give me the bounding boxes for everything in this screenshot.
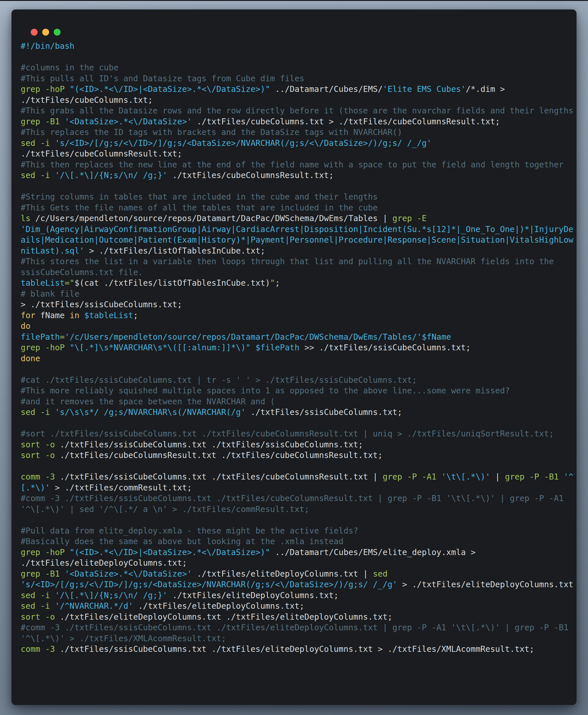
code-token: #This then replaces the new line at the …: [21, 160, 564, 169]
code-token: #cat ./txtFiles/ssisCubeColumns.txt | tr…: [21, 375, 417, 385]
code-token: for: [21, 311, 35, 320]
code-token: 'Dim_(Agency|AirwayConfirmationGroup|Air…: [21, 225, 574, 234]
code-token: =": [65, 278, 75, 288]
code-token: ./txtFiles/ssisCubeColumns.txt;: [246, 407, 402, 417]
code-token: /*.dim >: [466, 84, 505, 94]
code-token: > ./txtFiles/commResult.txt;: [50, 483, 192, 492]
code-token: ./txtFiles/eliteDeployColumns.txt;: [167, 591, 338, 600]
code-token: > ./txtFiles/ssisCubeColumns.txt;: [21, 300, 182, 309]
code-token: '<DataSize>.*<\/DataSize>': [65, 117, 192, 126]
code-token: ./txtFiles/eliteDeployColumns.txt |: [192, 569, 373, 579]
code-token: done: [21, 354, 40, 363]
code-token: in: [69, 311, 79, 320]
code-token: grep -B1: [21, 117, 65, 126]
code-token: [251, 343, 255, 352]
code-line: comm -3 ./txtFiles/ssisCubeColumns.txt .…: [21, 644, 574, 655]
code-line: #This replaces the ID tags with brackets…: [21, 127, 574, 138]
code-token: $filePath: [255, 343, 299, 352]
code-line: sort -o ./txtFiles/ssisCubeColumns.txt .…: [21, 439, 574, 450]
code-token: ./txtFiles/ssisCubeColumns.txt ./txtFile…: [55, 440, 363, 449]
screen-top-edge: [0, 0, 588, 1]
code-line: #This grabs all the Datasize rows and th…: [21, 105, 574, 116]
code-line: sed -i '/^NVARCHAR.*/d' ./txtFiles/elite…: [21, 601, 574, 612]
code-token: ./txtFiles/cubeColumns.txt;: [21, 95, 153, 105]
code-line: sort -o ./txtFiles/cubeColumnsResult.txt…: [21, 450, 574, 461]
code-token: ;: [275, 278, 280, 288]
code-line: 's/<ID>/[/g;s/<\/ID>/]/g;s/<DataSize>/NV…: [21, 579, 574, 590]
code-line: sort -o ./txtFiles/eliteDeployColumns.tx…: [21, 612, 574, 623]
code-line: #String columns in tables that are inclu…: [21, 191, 574, 203]
code-token: comm -3: [21, 644, 55, 654]
code-token: #This more reliably squished multiple sp…: [21, 386, 510, 395]
code-line: #cat ./txtFiles/ssisCubeColumns.txt | tr…: [21, 375, 574, 386]
code-token: ssisCubeColumns.txt file.: [21, 268, 143, 277]
code-line: done: [21, 353, 574, 364]
code-token: grep -B1: [21, 569, 65, 579]
code-token: ../Datamart/Cubes/EMS/: [270, 84, 383, 94]
code-token: sed -i: [21, 601, 55, 611]
code-line: sed -i '/\[.*\]/{N;s/\n/ /g;}' ./txtFile…: [21, 590, 574, 601]
code-line: #comm -3 ./txtFiles/ssisCubeColumns.txt …: [21, 493, 574, 504]
code-token: fName: [35, 311, 69, 320]
code-token: '^\[.*\)' > ./txtFiles/XMLAcommResult.tx…: [21, 634, 226, 643]
zoom-button[interactable]: [54, 29, 61, 36]
code-token: do: [21, 321, 30, 331]
code-line: #sort ./txtFiles/ssisCubeColumns.txt ./t…: [21, 428, 574, 439]
code-token: #This grabs all the Datasize rows and th…: [21, 106, 574, 115]
code-token: sed -i: [21, 171, 55, 180]
code-token: '/^NVARCHAR.*/d': [55, 601, 133, 611]
code-token: #and it removes the space between the NV…: [21, 397, 275, 406]
code-token: tableList: [21, 278, 65, 288]
code-token: #Basically does the same as above but lo…: [21, 537, 343, 546]
code-token: #columns in the cube: [21, 63, 119, 72]
code-token: ./txtFiles/cubeColumnsResult.txt;: [167, 171, 334, 180]
code-token: #sort ./txtFiles/ssisCubeColumns.txt ./t…: [21, 429, 554, 439]
code-line: # blank file: [21, 289, 574, 299]
code-line: do: [21, 321, 574, 332]
code-token: ./txtFiles/cubeColumnsResult.txt ./txtFi…: [55, 450, 382, 460]
code-token: ./txtFiles/eliteDeployColumns.txt;: [133, 601, 304, 611]
code-token: grep -P -A1: [383, 472, 441, 482]
code-token: sort -o: [21, 440, 55, 449]
code-line: #This stores the list in a variable then…: [21, 256, 574, 267]
code-line: tableList="$(cat ./txtFiles/listOfTables…: [21, 278, 574, 289]
code-line: [21, 181, 574, 192]
code-line: #This pulls all ID's and Datasize tags f…: [21, 73, 574, 84]
code-line: filePath='/c/Users/mpendleton/source/rep…: [21, 332, 574, 342]
code-line: for fName in $tableList;: [21, 310, 574, 321]
code-token: sed: [373, 569, 387, 579]
code-line: ails|Medication|Outcome|Patient(Exam|His…: [21, 235, 574, 246]
code-line: sed -i 's/\s\s*/ /g;s/NVARCHAR\s(/NVARCH…: [21, 407, 574, 418]
code-token: # blank file: [21, 289, 79, 299]
code-token: comm -3: [21, 472, 55, 482]
code-line: grep -B1 '<DataSize>.*<\/DataSize>' ./tx…: [21, 116, 574, 127]
code-token: > ./txtFiles/eliteDeployColumns.txt;: [397, 580, 574, 589]
code-token: #This pulls all ID's and Datasize tags f…: [21, 74, 304, 83]
code-line: ls /c/Users/mpendleton/source/repos/Data…: [21, 213, 574, 224]
code-token: #This replaces the ID tags with brackets…: [21, 127, 402, 137]
code-token: ./txtFiles/eliteDeployColumns.txt ./txtF…: [55, 612, 393, 622]
code-token: 's/\s\s*/ /g;s/NVARCHAR\s(/NVARCHAR(/g': [55, 407, 246, 417]
code-token: ./txtFiles/ssisCubeColumns.txt ./txtFile…: [55, 644, 534, 654]
code-line: #comm -3 ./txtFiles/ssisCubeColumns.txt …: [21, 622, 574, 633]
code-token: '/c/Users/mpendleton/source/repos/Datama…: [65, 332, 451, 342]
code-token: nitLast).sql': [21, 246, 84, 256]
code-line: sed -i 's/<ID>/[/g;s/<\/ID>/]/g;s/<DataS…: [21, 138, 574, 149]
code-token: '^\: [564, 472, 574, 482]
minimize-button[interactable]: [42, 29, 49, 36]
code-token: grep -hoP: [21, 548, 69, 557]
code-line: '^\[.*\)' | sed '/^\[.*/ a \n' > ./txtFi…: [21, 504, 574, 515]
code-token: '/\[.*\]/{N;s/\n/ /g;}': [55, 591, 167, 600]
close-button[interactable]: [31, 29, 38, 36]
code-token: ./txtFiles/cubeColumnsResult.txt;: [21, 149, 182, 159]
code-line: [21, 461, 574, 472]
code-token: grep -hoP: [21, 343, 69, 352]
code-token: '\t\[.*\)': [441, 472, 490, 482]
code-line: [21, 418, 574, 429]
code-token: #Pull data from elite_deploy.xmla - thes…: [21, 526, 358, 535]
code-token: #!/bin/bash: [21, 41, 75, 51]
code-token: grep -P -B1: [505, 472, 564, 482]
code-editor-content[interactable]: #!/bin/bash #columns in the cube#This pu…: [21, 41, 574, 699]
code-line: #columns in the cube: [21, 62, 574, 73]
code-token: '/\[.*\]/{N;s/\n/ /g;}': [55, 171, 167, 180]
